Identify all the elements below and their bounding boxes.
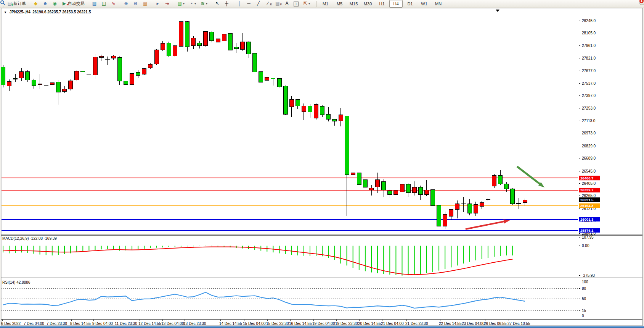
trendline-button[interactable]: ╱ <box>254 0 263 8</box>
candle-body <box>56 82 60 92</box>
candle-body <box>136 73 140 75</box>
candle-body <box>99 57 103 58</box>
candle-body <box>467 204 472 213</box>
candle-body <box>81 71 85 72</box>
new-order-button[interactable]: ▤新订单 <box>5 0 27 8</box>
candle-body <box>265 77 269 80</box>
chevron-down-icon[interactable]: ▾ <box>206 2 207 5</box>
bar-chart-icon: ▥ <box>92 1 97 6</box>
channel-button[interactable]: ▦ <box>273 0 282 8</box>
candle-body <box>345 116 349 175</box>
timeframe-button-d1[interactable]: D1 <box>403 0 417 8</box>
zoom-out-button[interactable]: ⊖ <box>131 0 140 8</box>
arrows-button[interactable]: ⇱▾ <box>301 0 312 8</box>
chevron-down-icon[interactable]: ▾ <box>183 2 185 5</box>
chart-step-button[interactable]: ⇥ <box>163 0 172 8</box>
timeframe-button-mn[interactable]: MN <box>432 0 445 8</box>
candle-body <box>480 202 484 206</box>
candle-body <box>504 184 509 189</box>
candle-body <box>517 203 521 204</box>
fibonacci-button[interactable]: ∕ <box>263 0 272 8</box>
candle-body <box>486 199 490 200</box>
chevron-down-icon[interactable]: ▾ <box>308 2 310 5</box>
price-tick-label: 27253.0 <box>582 106 596 110</box>
timeframe-button-h4[interactable]: H4 <box>389 0 403 8</box>
rsi-axis-label: 100 <box>582 280 588 284</box>
new-chart-button[interactable]: ▧▾ <box>175 0 186 8</box>
autotrade-button[interactable]: ▶自动交易 <box>60 0 86 8</box>
time-axis-label: 19 Dec 23:30 <box>335 322 358 326</box>
line-chart-button[interactable]: ∿ <box>109 0 118 8</box>
chart-collapse-icon[interactable]: ▼ <box>4 11 7 14</box>
time-axis-label: 22 Dec 14:55 <box>439 322 462 326</box>
channel-icon: ▦ <box>275 1 280 6</box>
macd-signal-value: -169.39 <box>44 236 57 241</box>
time-axis-label: 12 Dec 14:55 <box>138 322 161 326</box>
price-line-badge-value: 25876.1 <box>580 228 594 233</box>
new-chart-icon: ▧ <box>177 1 183 6</box>
profile-button[interactable]: ☻ <box>41 0 50 8</box>
hline-button[interactable]: ─ <box>244 0 253 8</box>
hline-icon: ─ <box>246 1 252 6</box>
indicators-icon: ≋ <box>200 1 206 6</box>
time-axis-label: 11 Dec 23:30 <box>115 322 137 326</box>
macd-main-value: -122.08 <box>30 236 43 241</box>
trendline-icon: ╱ <box>255 1 261 6</box>
bar-chart-button[interactable]: ▥ <box>90 0 99 8</box>
profile-icon: ☻ <box>42 1 48 6</box>
candle-body <box>296 100 300 106</box>
candle-body <box>148 64 153 68</box>
time-axis-label: 7 Dec 04:00 <box>24 322 44 326</box>
candle-body <box>418 187 422 195</box>
timeframe-button-w1[interactable]: W1 <box>418 0 431 8</box>
tile-windows-button[interactable]: ▦ <box>141 0 149 8</box>
time-axis-label: 23 Dec 04:00 <box>462 322 485 326</box>
autotrade-label: 自动交易 <box>68 1 85 6</box>
candle-body <box>326 114 331 120</box>
styles-button[interactable]: ◆ <box>31 0 40 8</box>
timeframe-button-m1[interactable]: M1 <box>319 0 332 8</box>
price-tick-label: 26829.0 <box>582 144 596 148</box>
zoom-in-button[interactable]: ⊕ <box>122 0 130 8</box>
indicators-button[interactable]: ≋▾ <box>198 0 209 8</box>
time-axis-label: 20 Dec 14:55 <box>358 322 381 326</box>
price-line-badge-value: 26466.7 <box>580 176 593 180</box>
candle-body <box>142 68 146 74</box>
signals-button[interactable]: ◉ <box>50 0 59 8</box>
vline-button[interactable]: │ <box>235 0 244 8</box>
candle-body <box>222 34 226 41</box>
candle-body <box>412 187 416 193</box>
timeframe-button-m30[interactable]: M30 <box>361 0 374 8</box>
chart-canvas[interactable]: 28245.028105.027961.027821.027677.027537… <box>0 0 644 328</box>
chart-play-button[interactable]: ▸ <box>153 0 162 8</box>
price-tick-label: 27961.0 <box>582 44 596 48</box>
text-label-button[interactable]: T <box>292 0 300 8</box>
timeframe-button-m5[interactable]: M5 <box>333 0 346 8</box>
timeframe-button-h1[interactable]: H1 <box>375 0 389 8</box>
search-button[interactable] <box>635 0 638 8</box>
candle-body <box>271 78 275 79</box>
candle-body <box>38 84 42 84</box>
period-clock-button[interactable]: ◔▾ <box>187 0 198 8</box>
candle-body <box>93 57 97 75</box>
cursor-button[interactable]: ↖ <box>213 0 222 8</box>
candle-body <box>388 191 392 194</box>
candle-body <box>394 191 398 194</box>
search-icon <box>0 0 5 5</box>
text-button[interactable]: A <box>283 0 291 8</box>
chart-ohlc-quote: 26190.6 26235.7 26153.5 26221.5 <box>32 10 91 14</box>
candle-body <box>63 89 67 92</box>
arrows-icon: ⇱ <box>302 1 308 6</box>
timeframe-button-m15[interactable]: M15 <box>347 0 360 8</box>
candle-body <box>492 175 496 186</box>
macd-axis-label: 107.95 <box>582 235 594 239</box>
period-clock-icon: ◔ <box>188 1 194 6</box>
chevron-down-icon[interactable]: ▾ <box>194 2 196 5</box>
time-axis-label: 7 Dec 23:30 <box>47 322 67 326</box>
crosshair-button[interactable]: ┼ <box>222 0 231 8</box>
candlestick-chart-button[interactable]: ◫ <box>100 0 108 8</box>
chat-button[interactable]: 1 <box>639 0 642 8</box>
candle-body <box>204 31 208 45</box>
toolbar-separator <box>316 1 317 7</box>
time-axis-label: 19 Dec 04:00 <box>312 322 335 326</box>
